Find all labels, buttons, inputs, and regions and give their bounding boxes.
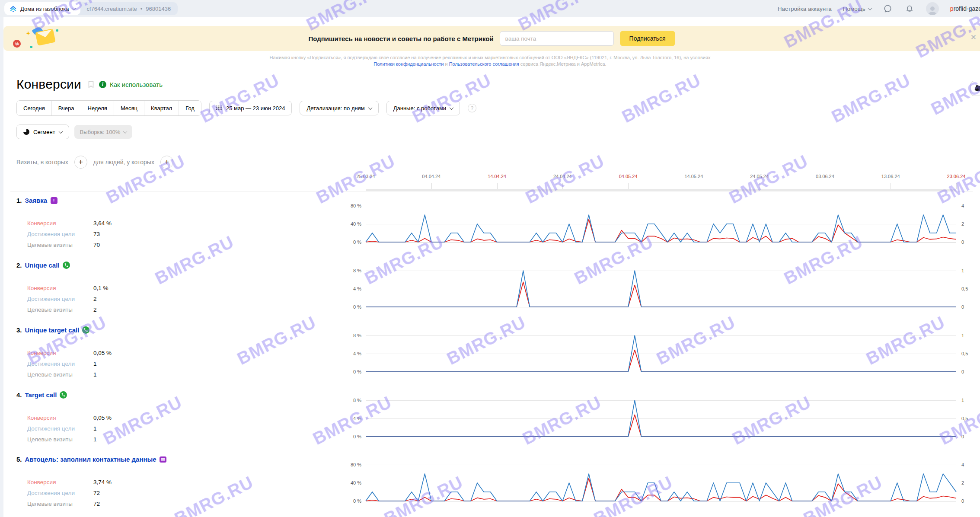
y-axis-left-label: 4 % [339,416,361,421]
goal-head: 4.Target call [16,391,67,399]
metric-label-conversion: Конверсия [27,415,56,421]
how-to-use-link[interactable]: i Как использовать [99,81,163,88]
sampling-value: Выборка: 100% [80,129,121,135]
segment-button[interactable]: Сегмент [16,124,69,139]
conversion-line [366,220,956,243]
goal-line-chart[interactable] [366,400,956,437]
metric-label-conversion: Конверсия [27,479,56,485]
help-menu[interactable]: Помощь [843,6,871,12]
metric-value-target-visits: 72 [93,501,100,507]
period-tabs: Сегодня Вчера Неделя Месяц Квартал Год [16,100,201,116]
tab-yesterday[interactable]: Вчера [51,101,81,115]
subscribe-banner: % Подпишитесь на новости и советы по раб… [3,26,980,51]
metric-row-conversion: Конверсия0,1 % [27,285,170,291]
tab-month[interactable]: Месяц [114,101,144,115]
metric-row-conversion: Конверсия3,74 % [27,479,170,485]
metric-value-conversion: 0,05 % [93,415,112,421]
feedback-button[interactable] [883,3,893,14]
goal-number: 5. [16,456,22,463]
goal-line-chart[interactable] [366,206,956,243]
y-axis-left-label: 4 % [339,351,361,356]
chart-range-band[interactable] [366,189,956,191]
user-avatar[interactable] [926,2,939,15]
y-axis-left-label: 4 % [339,286,361,291]
metric-value-goal-reaches: 73 [93,231,100,237]
x-axis-date-label: 03.06.24 [805,174,844,179]
x-axis-date-label: 14.04.24 [478,174,517,179]
legal-line-2: Политики конфиденциальности и Пользовате… [0,61,980,67]
goal-name-link[interactable]: Заявка [25,197,48,204]
goal-name-link[interactable]: Автоцель: заполнил контактные данные [25,456,156,463]
metric-label-target-visits: Целевые визиты [27,306,73,313]
goal-number: 4. [16,391,22,399]
user-login[interactable]: proflid-gazo [950,5,980,12]
y-axis-left-label: 0 % [339,498,361,504]
x-axis-tick [694,183,694,189]
x-axis-tick [431,183,432,189]
metric-value-target-visits: 2 [93,306,97,313]
data-mode-selector[interactable]: Данные: с роботами [386,101,460,115]
y-axis-left-label: 40 % [339,480,361,485]
period-toolbar: Сегодня Вчера Неделя Месяц Квартал Год 2… [16,100,476,116]
metric-value-target-visits: 70 [93,242,100,248]
tab-week[interactable]: Неделя [81,101,114,115]
top-bar: Дома из газоблока cf7644.creatium.site •… [0,0,980,17]
goal-reaches-line [366,474,956,501]
goal-line-chart[interactable] [366,335,956,372]
x-axis-tick [562,183,563,189]
metric-label-conversion: Конверсия [27,350,56,356]
segment-toolbar: Сегмент Выборка: 100% [16,124,132,139]
tab-year[interactable]: Год [179,101,201,115]
x-axis-date-label: 25.03.24 [346,174,385,179]
y-axis-left-label: 8 % [339,333,361,338]
goal-name-link[interactable]: Target call [25,391,57,399]
edge-panel-button[interactable] [970,81,980,96]
date-range-picker[interactable]: 25 мар — 23 июн 2024 [209,101,292,115]
x-axis-date-label: 14.05.24 [674,174,713,179]
counter-selector[interactable]: Дома из газоблока [4,2,80,15]
subscribe-button[interactable]: Подписаться [620,31,675,46]
chevron-down-icon [58,129,63,134]
tab-quarter[interactable]: Квартал [144,101,179,115]
y-axis-right-label: 0 [961,434,964,439]
x-axis-tick [497,183,498,189]
y-axis-right-label: 1 [961,398,964,403]
account-settings-link[interactable]: Настройка аккаунта [778,6,832,12]
legal-text: Нажимая кнопку «Подписаться», я подтверж… [0,54,980,67]
watermark: BMRG.RU [198,70,283,127]
goal-block-1: 1.Заявка!Конверсия3,64 %Достижения цели7… [0,193,980,258]
bookmark-icon[interactable] [88,81,94,88]
notifications-button[interactable] [904,3,915,14]
pie-chart-icon [23,129,29,135]
sampling-selector[interactable]: Выборка: 100% [74,125,133,139]
x-axis-tick [825,183,825,189]
privacy-policy-link[interactable]: Политики конфиденциальности [373,61,444,67]
calendar-grid-icon [216,105,222,111]
y-axis-right-label: 0 [961,239,964,245]
email-input[interactable] [500,31,614,46]
detail-selector[interactable]: Детализация: по дням [300,101,378,115]
add-people-filter-button[interactable]: + [160,156,173,169]
goal-line-chart[interactable] [366,465,956,501]
y-axis-left-label: 0 % [339,369,361,374]
add-visits-filter-button[interactable]: + [74,156,87,169]
metric-row-goal-reaches: Достижения цели1 [27,361,170,367]
metric-row-goal-reaches: Достижения цели73 [27,231,170,237]
metric-label-conversion: Конверсия [27,220,56,227]
goal-block-5: 5.Автоцель: заполнил контактные данныеКо… [0,452,980,517]
goal-head: 3.Unique target call [16,326,89,334]
tab-today[interactable]: Сегодня [17,101,51,115]
metrica-conversions-page: Дома из газоблока cf7644.creatium.site •… [0,0,980,517]
goal-line-chart[interactable] [366,271,956,307]
help-question-icon[interactable]: ? [468,104,476,112]
close-icon[interactable]: ✕ [970,34,977,41]
goal-number: 1. [16,197,22,204]
top-bar-right: Настройка аккаунта Помощь [778,0,980,17]
watermark: BMRG.RU [829,70,914,127]
goal-block-2: 2.Unique callКонверсия0,1 %Достижения це… [0,258,980,323]
goal-name-link[interactable]: Unique call [25,262,60,269]
legal-line-1: Нажимая кнопку «Подписаться», я подтверж… [0,54,980,61]
metric-label-goal-reaches: Достижения цели [27,231,75,237]
user-agreement-link[interactable]: Пользовательского соглашения [449,61,519,67]
goal-name-link[interactable]: Unique target call [25,326,80,334]
